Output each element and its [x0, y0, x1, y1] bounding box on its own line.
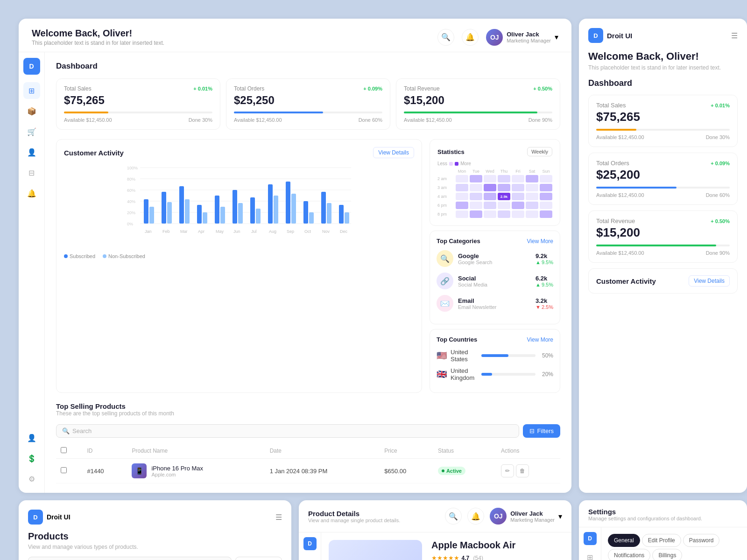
cat-info-email: Email Email Newsletter: [458, 297, 531, 310]
th-checkbox: [56, 443, 82, 459]
stat-value-sales: $75,265: [64, 94, 212, 107]
cat-name-social: Social: [458, 275, 531, 282]
cat-name-email: Email: [458, 297, 531, 304]
cat-sub-google: Google Search: [458, 259, 531, 265]
sp-tab-notifications[interactable]: Notifications: [608, 549, 650, 560]
sp-tab-editprofile[interactable]: Edit Profile: [642, 534, 681, 547]
pp-dropdown[interactable]: All Products ▾: [235, 557, 282, 560]
products-table: ID Product Name Date Price Status Action…: [56, 443, 560, 483]
products-panel-card: D Droit UI ☰ Products View and manage va…: [19, 500, 291, 560]
sidebar-icon-bell[interactable]: 🔔: [23, 185, 40, 202]
svg-rect-29: [291, 194, 296, 224]
settings-panel-card: Settings Manage settings and configurati…: [579, 500, 747, 560]
sidebar-icon-cart[interactable]: 🛒: [23, 123, 40, 140]
top-countries-card: Top Countries View More 🇺🇸 United States: [430, 329, 560, 393]
cat-item-google: 🔍 Google Google Search 9.2k ▲ 9.5%: [437, 250, 553, 267]
sd-bar-fill-revenue: [596, 245, 716, 246]
countries-header: Top Countries View More: [437, 336, 553, 343]
svg-rect-28: [286, 182, 290, 224]
sidebar-icon-user-circle[interactable]: 👤: [23, 429, 40, 446]
svg-rect-24: [250, 197, 255, 224]
pd-sidebar: D ⊞ 📦 🛒 👤 ⊟ ⚙ 🌐: [299, 532, 321, 560]
welcome-title: Welcome Back, Oliver!: [32, 28, 164, 39]
second-dashboard-inner: D Droit UI ☰ Welcome Back, Oliver! This …: [579, 19, 747, 303]
search-icon: 🔍: [62, 427, 70, 434]
cat-name-google: Google: [458, 252, 531, 259]
row-product: 📱 iPhone 16 Pro Max Apple.com: [127, 459, 265, 483]
sd-bar-revenue: [596, 245, 730, 246]
stat-label-sales: Total Sales: [64, 85, 92, 92]
user-avatar: OJ: [486, 29, 503, 46]
svg-text:Nov: Nov: [322, 229, 330, 234]
stat-available-sales: Available $12,450.00: [64, 117, 112, 123]
select-all-checkbox[interactable]: [61, 447, 67, 453]
svg-rect-17: [185, 199, 190, 224]
view-details-button[interactable]: View Details: [373, 147, 414, 158]
countries-view-more[interactable]: View More: [527, 336, 553, 343]
pp-search-box[interactable]: 🔍 Search: [28, 557, 232, 560]
sd-view-details-button[interactable]: View Details: [689, 275, 730, 287]
cat-growth-social: ▲ 9.5%: [536, 282, 553, 287]
sd-activity-card: Customer Activity View Details: [588, 268, 738, 294]
delete-button[interactable]: 🗑: [516, 464, 529, 477]
pd-search-btn[interactable]: 🔍: [445, 508, 462, 525]
row-select-checkbox[interactable]: [61, 467, 67, 473]
sp-tab-general[interactable]: General: [608, 534, 640, 547]
stat-available-revenue: Available $12,450.00: [404, 117, 452, 123]
sp-tab-billings[interactable]: Billings: [652, 549, 682, 560]
bell-icon-btn[interactable]: 🔔: [462, 29, 479, 46]
avatar-initials: OJ: [490, 34, 499, 41]
table-wrap: ID Product Name Date Price Status Action…: [56, 443, 560, 483]
sd-subtitle: This placeholder text is stand in for la…: [588, 64, 738, 71]
pd-title: Product Details: [308, 510, 400, 518]
edit-button[interactable]: ✏: [501, 464, 514, 477]
cat-sub-email: Email Newsletter: [458, 304, 531, 310]
sidebar-icon-dollar[interactable]: 💲: [23, 450, 40, 467]
second-dashboard-card: D Droit UI ☰ Welcome Back, Oliver! This …: [579, 19, 747, 493]
sp-tab-password[interactable]: Password: [683, 534, 720, 547]
weekly-button[interactable]: Weekly: [527, 147, 552, 156]
sidebar-icon-grid[interactable]: ⊞: [23, 82, 40, 99]
svg-rect-18: [197, 205, 202, 224]
sd-stat-header-orders: Total Orders + 0.09%: [596, 160, 730, 167]
svg-rect-25: [256, 209, 261, 224]
filter-icon: ⊟: [529, 427, 535, 434]
filter-button[interactable]: ⊟ Filters: [523, 424, 560, 438]
sd-bar-orders: [596, 187, 730, 189]
pd-bell-btn[interactable]: 🔔: [467, 508, 484, 525]
user-info[interactable]: OJ Oliver Jack Marketing Manager ▾: [486, 29, 558, 46]
svg-rect-14: [162, 192, 166, 224]
stat-bar-fill-sales: [64, 112, 108, 113]
svg-rect-20: [215, 196, 219, 224]
sd-menu-icon[interactable]: ☰: [731, 31, 738, 40]
table-row: #1440 📱 iPhone 16 Pro Max Apple.com: [56, 459, 560, 483]
sp-sidebar-grid[interactable]: ⊞: [582, 549, 599, 560]
sidebar-icon-table[interactable]: ⊟: [23, 164, 40, 181]
pd-sidebar-grid[interactable]: ⊞: [302, 554, 318, 560]
svg-text:Jan: Jan: [145, 229, 152, 234]
categories-view-more[interactable]: View More: [527, 238, 553, 245]
sidebar-icon-user[interactable]: 👤: [23, 144, 40, 161]
products-panel-title: Products: [28, 531, 282, 542]
sd-stat-badge-orders: + 0.09%: [711, 161, 730, 166]
stat-label-orders: Total Orders: [234, 85, 264, 92]
svg-rect-15: [167, 202, 172, 224]
country-pct-us: 50%: [539, 352, 553, 359]
sd-stat-footer-revenue: Available $12,450.00 Done 90%: [596, 250, 730, 256]
product-cell: 📱 iPhone 16 Pro Max Apple.com: [132, 463, 260, 478]
sidebar-logo[interactable]: D: [23, 58, 40, 75]
stat-card-orders: Total Orders + 0.09% $25,250 Available $…: [226, 78, 390, 130]
search-icon-btn[interactable]: 🔍: [437, 29, 454, 46]
sd-stat-card-sales: Total Sales + 0.01% $75,265 Available $1…: [588, 95, 738, 147]
search-box[interactable]: 🔍 Search: [56, 424, 519, 438]
pp-menu-icon[interactable]: ☰: [275, 513, 282, 522]
sidebar-icon-gear[interactable]: ⚙: [23, 470, 40, 487]
sidebar-icon-box[interactable]: 📦: [23, 103, 40, 119]
cat-info-social: Social Social Media: [458, 275, 531, 287]
row-date: 1 Jan 2024 08:39 PM: [265, 459, 380, 483]
products-sub: These are the top selling products of th…: [56, 410, 174, 417]
sp-body: D ⊞ 📦 🛒 👤 ⚙ 🌐 💲 General Edit Profile Pas…: [579, 527, 747, 560]
svg-rect-32: [321, 192, 326, 224]
pd-user-info[interactable]: OJ Oliver Jack Marketing Manager ▾: [490, 508, 562, 525]
product-details: iPhone 16 Pro Max Apple.com: [151, 465, 203, 477]
